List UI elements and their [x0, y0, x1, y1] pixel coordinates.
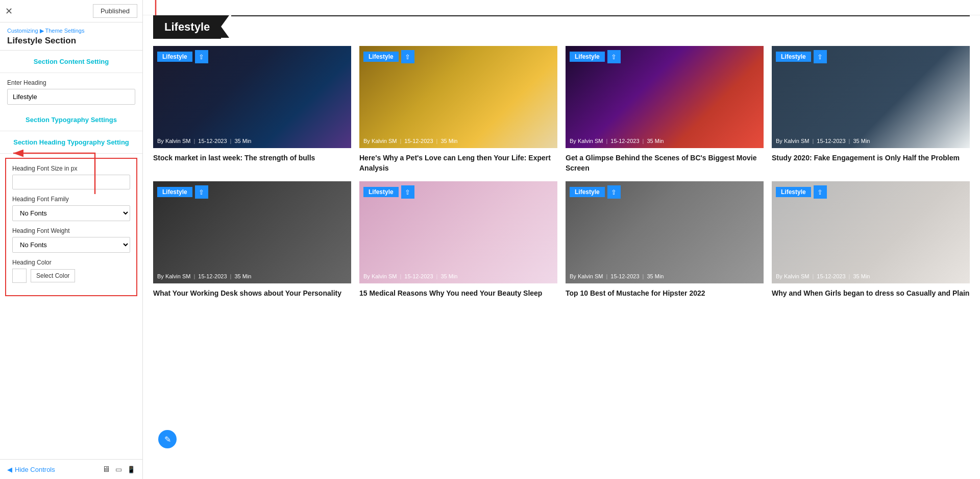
meta-sep2: |: [643, 138, 644, 144]
category-label: Lifestyle: [570, 187, 605, 197]
category-label: Lifestyle: [363, 52, 399, 62]
close-button[interactable]: ✕: [5, 7, 13, 16]
article-author: By Kalvin SM: [363, 273, 397, 279]
category-label: Lifestyle: [570, 52, 605, 62]
article-date: 15-12-2023: [817, 138, 845, 144]
category-label: Lifestyle: [776, 187, 811, 197]
section-typography-settings-link[interactable]: Section Typography Settings: [0, 109, 142, 131]
meta-sep1: |: [606, 273, 607, 279]
articles-row-2: Lifestyle ⇧ By Kalvin SM | 15-12-2023 | …: [153, 181, 970, 299]
article-date: 15-12-2023: [198, 273, 227, 279]
share-button[interactable]: ⇧: [401, 185, 414, 199]
article-image: Lifestyle ⇧ By Kalvin SM | 15-12-2023 | …: [566, 46, 764, 148]
article-date: 15-12-2023: [610, 273, 639, 279]
color-select-row: Select Color: [12, 269, 130, 283]
section-heading-typography-link[interactable]: Section Heading Typography Setting: [0, 131, 142, 154]
breadcrumb-link[interactable]: Customizing ▶ Theme Settings: [7, 28, 84, 34]
meta-sep1: |: [400, 273, 401, 279]
share-button[interactable]: ⇧: [195, 50, 208, 63]
heading-font-size-label: Heading Font Size in px: [12, 165, 130, 172]
left-panel: ✕ Published Customizing ▶ Theme Settings…: [0, 0, 143, 479]
article-author: By Kalvin SM: [570, 273, 603, 279]
lifestyle-header-line: [231, 15, 970, 16]
heading-font-family-label: Heading Font Family: [12, 196, 130, 203]
meta-sep2: |: [849, 273, 850, 279]
category-badge: Lifestyle ⇧: [363, 50, 414, 63]
article-read-time: 35 Min: [440, 273, 457, 279]
category-badge: Lifestyle ⇧: [570, 185, 621, 199]
meta-sep2: |: [436, 138, 438, 144]
share-button[interactable]: ⇧: [814, 185, 827, 199]
article-card: Lifestyle ⇧ By Kalvin SM | 15-12-2023 | …: [153, 181, 351, 299]
article-card: Lifestyle ⇧ By Kalvin SM | 15-12-2023 | …: [359, 46, 557, 173]
heading-input[interactable]: [7, 89, 135, 105]
article-author: By Kalvin SM: [570, 138, 603, 144]
meta-sep1: |: [812, 273, 814, 279]
category-badge: Lifestyle ⇧: [776, 50, 827, 63]
article-author: By Kalvin SM: [157, 138, 190, 144]
article-date: 15-12-2023: [817, 273, 845, 279]
meta-sep1: |: [193, 273, 195, 279]
panel-scroll: Section Content Setting Enter Heading Se…: [0, 51, 142, 479]
site-header-strip: [143, 0, 980, 15]
share-button[interactable]: ⇧: [195, 185, 208, 199]
article-title: Here's Why a Pet's Love can Leng then Yo…: [359, 153, 557, 173]
mobile-icon[interactable]: 📱: [127, 466, 135, 473]
circle-left-icon: ◀: [7, 466, 12, 473]
article-meta: By Kalvin SM | 15-12-2023 | 35 Min: [776, 138, 870, 144]
article-author: By Kalvin SM: [776, 273, 809, 279]
heading-font-weight-label: Heading Font Weight: [12, 227, 130, 234]
select-color-button[interactable]: Select Color: [31, 269, 75, 282]
lifestyle-header-row: Lifestyle: [153, 15, 970, 39]
article-date: 15-12-2023: [610, 138, 639, 144]
share-button[interactable]: ⇧: [607, 50, 621, 63]
article-image: Lifestyle ⇧ By Kalvin SM | 15-12-2023 | …: [359, 46, 557, 148]
section-content-setting-link[interactable]: Section Content Setting: [0, 51, 142, 73]
article-card: Lifestyle ⇧ By Kalvin SM | 15-12-2023 | …: [772, 46, 970, 173]
article-read-time: 35 Min: [234, 138, 251, 144]
hide-controls-label: Hide Controls: [15, 466, 55, 473]
heading-font-weight-select[interactable]: No Fonts: [12, 237, 130, 253]
desktop-icon[interactable]: 🖥: [102, 465, 110, 474]
lifestyle-title-box: Lifestyle: [153, 15, 221, 39]
article-image: Lifestyle ⇧ By Kalvin SM | 15-12-2023 | …: [153, 181, 351, 283]
article-title: Get a Glimpse Behind the Scenes of BC's …: [566, 153, 764, 173]
device-icons: 🖥 ▭ 📱: [102, 465, 135, 474]
hide-controls-button[interactable]: ◀ Hide Controls: [7, 466, 55, 473]
article-date: 15-12-2023: [198, 138, 227, 144]
article-date: 15-12-2023: [404, 138, 433, 144]
article-image: Lifestyle ⇧ By Kalvin SM | 15-12-2023 | …: [153, 46, 351, 148]
article-card: Lifestyle ⇧ By Kalvin SM | 15-12-2023 | …: [772, 181, 970, 299]
share-button[interactable]: ⇧: [607, 185, 621, 199]
article-meta: By Kalvin SM | 15-12-2023 | 35 Min: [776, 273, 870, 279]
article-image: Lifestyle ⇧ By Kalvin SM | 15-12-2023 | …: [772, 181, 970, 283]
category-label: Lifestyle: [157, 52, 192, 62]
meta-sep2: |: [849, 138, 850, 144]
meta-sep1: |: [606, 138, 607, 144]
article-read-time: 35 Min: [647, 273, 664, 279]
article-meta: By Kalvin SM | 15-12-2023 | 35 Min: [157, 273, 251, 279]
heading-font-size-input[interactable]: [12, 175, 130, 189]
article-meta: By Kalvin SM | 15-12-2023 | 35 Min: [157, 138, 251, 144]
share-button[interactable]: ⇧: [401, 50, 414, 63]
meta-sep2: |: [436, 273, 438, 279]
article-card: Lifestyle ⇧ By Kalvin SM | 15-12-2023 | …: [359, 181, 557, 299]
articles-row-1: Lifestyle ⇧ By Kalvin SM | 15-12-2023 | …: [153, 46, 970, 173]
panel-title: Lifestyle Section: [7, 36, 135, 46]
published-button[interactable]: Published: [93, 4, 137, 18]
tablet-icon[interactable]: ▭: [115, 465, 122, 473]
article-card: Lifestyle ⇧ By Kalvin SM | 15-12-2023 | …: [153, 46, 351, 173]
heading-font-family-select[interactable]: No Fonts: [12, 205, 130, 221]
article-title: Top 10 Best of Mustache for Hipster 2022: [566, 289, 764, 299]
article-title: Stock market in last week: The strength …: [153, 153, 351, 163]
meta-sep1: |: [193, 138, 195, 144]
edit-pencil-button[interactable]: ✎: [158, 430, 177, 448]
share-button[interactable]: ⇧: [814, 50, 827, 63]
meta-sep2: |: [230, 273, 232, 279]
breadcrumb: Customizing ▶ Theme Settings: [7, 28, 135, 34]
heading-font-size-group: Heading Font Size in px: [12, 165, 130, 189]
category-label: Lifestyle: [363, 187, 399, 197]
article-image: Lifestyle ⇧ By Kalvin SM | 15-12-2023 | …: [772, 46, 970, 148]
meta-sep2: |: [643, 273, 644, 279]
heading-font-weight-group: Heading Font Weight No Fonts: [12, 227, 130, 253]
